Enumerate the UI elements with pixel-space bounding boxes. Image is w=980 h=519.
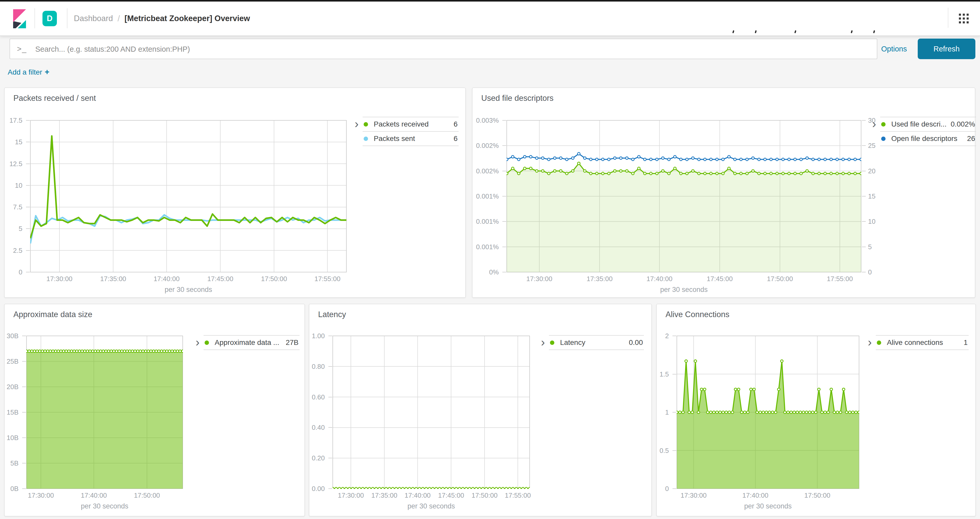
- axis-tick: [328, 458, 332, 458]
- axis-tick: [26, 120, 30, 121]
- y-axis-label: 0%: [474, 268, 499, 276]
- axis-tick: [22, 387, 26, 387]
- right-y-axis-label: 10: [868, 217, 886, 225]
- y-axis-label: 25B: [3, 357, 19, 365]
- chart-plot-area[interactable]: 0.003%0.002%0.002%0.001%0.001%0.001%0%30…: [506, 120, 861, 272]
- chart-canvas[interactable]: [30, 120, 347, 272]
- kibana-dashboard-app: D Dashboard / [Metricbeat Zookeeper] Ove…: [0, 0, 980, 519]
- chart-plot-area[interactable]: 21.510.5017:30:0017:40:0017:50:00per 30 …: [676, 336, 859, 489]
- y-axis-label: 0: [6, 268, 22, 276]
- x-axis-label: 17:55:00: [811, 275, 868, 283]
- y-axis-label: 2: [659, 332, 669, 340]
- query-options-link[interactable]: Options: [881, 38, 907, 59]
- right-y-axis-label: 20: [868, 167, 886, 175]
- legend-row[interactable]: Packets received6: [363, 117, 458, 131]
- y-axis-label: 0.003%: [474, 116, 499, 124]
- legend-row[interactable]: Packets sent6: [363, 131, 458, 146]
- y-axis-label: 15B: [3, 408, 19, 416]
- legend-row[interactable]: Alive connections1: [876, 335, 969, 350]
- axis-caption: per 30 seconds: [676, 502, 859, 510]
- y-axis-label: 1.5: [659, 370, 669, 378]
- panel-title: Approximate data size: [13, 310, 92, 319]
- x-axis-label: 17:30:00: [665, 492, 722, 500]
- chart-legend: › Used file descri...0.002%Open file des…: [872, 117, 976, 146]
- panel-approximate-data-size: Approximate data size 30B25B20B15B10B5B0…: [4, 304, 305, 516]
- breadcrumb-dashboard-link[interactable]: Dashboard: [74, 14, 113, 23]
- legend-row[interactable]: Open file descriptors26: [880, 131, 976, 146]
- axis-tick: [673, 374, 676, 375]
- axis-tick: [673, 489, 676, 489]
- search-input[interactable]: [35, 40, 654, 59]
- right-y-axis-label: 15: [868, 192, 886, 200]
- legend-series-value: 0.002%: [951, 120, 975, 129]
- legend-rows: Alive connections1: [876, 335, 969, 350]
- space-badge[interactable]: D: [43, 11, 57, 26]
- legend-expand-icon[interactable]: ›: [872, 117, 876, 146]
- axis-tick: [502, 145, 506, 146]
- series-color-dot: [205, 341, 209, 345]
- y-axis-label: 0.002%: [474, 167, 499, 175]
- axis-tick: [502, 221, 506, 222]
- apps-grid-icon[interactable]: [959, 14, 969, 24]
- y-axis-label: 0.60: [307, 393, 325, 401]
- series-color-dot: [550, 341, 554, 345]
- legend-series-label: Open file descriptors: [891, 135, 964, 143]
- axis-tick: [328, 427, 332, 428]
- series-color-dot: [364, 122, 368, 127]
- series-color-dot: [877, 341, 881, 345]
- legend-expand-icon[interactable]: ›: [355, 117, 358, 146]
- panel-latency: Latency 1.000.800.600.400.200.0017:30:00…: [309, 304, 652, 516]
- legend-row[interactable]: Approximate data ...27B: [204, 335, 299, 350]
- legend-row[interactable]: Used file descri...0.002%: [880, 117, 976, 131]
- legend-expand-icon[interactable]: ›: [196, 335, 199, 350]
- axis-tick: [862, 247, 866, 247]
- chart-plot-area[interactable]: 1.000.800.600.400.200.0017:30:0017:35:00…: [332, 336, 530, 489]
- chart-canvas[interactable]: [506, 120, 861, 272]
- chart-canvas[interactable]: [332, 336, 530, 489]
- x-axis-label: 17:40:00: [65, 492, 122, 500]
- x-axis-label: 17:35:00: [85, 275, 142, 283]
- panel-used-file-descriptors: Used file descriptors 0.003%0.002%0.002%…: [472, 87, 975, 298]
- chart-plot-area[interactable]: 17.51512.5107.552.5017:30:0017:35:0017:4…: [30, 120, 347, 272]
- axis-caption: per 30 seconds: [332, 502, 530, 510]
- legend-rows: Packets received6Packets sent6: [363, 117, 458, 146]
- chart-legend: › Alive connections1: [868, 335, 969, 350]
- legend-series-label: Packets received: [374, 120, 450, 129]
- y-axis-label: 2.5: [6, 246, 22, 255]
- plus-icon: +: [45, 67, 49, 76]
- legend-series-label: Packets sent: [374, 135, 450, 143]
- refresh-button[interactable]: Refresh: [918, 38, 975, 59]
- axis-tick: [673, 450, 676, 451]
- axis-tick: [26, 250, 30, 251]
- y-axis-label: 0.5: [659, 446, 669, 455]
- legend-series-value: 1: [964, 338, 968, 347]
- legend-row[interactable]: Latency0.00: [549, 335, 644, 350]
- add-filter-label: Add a filter: [8, 68, 42, 76]
- axis-tick: [502, 196, 506, 197]
- header-divider: [67, 8, 67, 28]
- axis-tick: [862, 145, 866, 146]
- header-divider: [948, 8, 948, 28]
- chart-plot-area[interactable]: 30B25B20B15B10B5B0B17:30:0017:40:0017:50…: [26, 336, 183, 489]
- chart-canvas[interactable]: [676, 336, 859, 489]
- x-axis-label: 17:40:00: [138, 275, 195, 283]
- axis-tick: [862, 171, 866, 171]
- legend-expand-icon[interactable]: ›: [868, 335, 872, 350]
- x-axis-label: 17:50:00: [789, 492, 846, 500]
- legend-series-label: Approximate data ...: [215, 338, 282, 347]
- panel-title: Latency: [318, 310, 346, 319]
- legend-rows: Approximate data ...27B: [204, 335, 299, 350]
- breadcrumb: Dashboard / [Metricbeat Zookeeper] Overv…: [74, 2, 250, 35]
- y-axis-label: 0.001%: [474, 192, 499, 200]
- axis-tick: [26, 185, 30, 186]
- y-axis-label: 20B: [3, 383, 19, 391]
- y-axis-label: 0.002%: [474, 141, 499, 150]
- chart-canvas[interactable]: [26, 336, 183, 489]
- axis-tick: [862, 272, 866, 272]
- chart-legend: › Latency0.00: [541, 335, 644, 350]
- add-filter-link[interactable]: Add a filter+: [8, 67, 49, 77]
- kibana-logo[interactable]: [13, 9, 27, 28]
- axis-tick: [328, 336, 332, 336]
- legend-expand-icon[interactable]: ›: [541, 335, 545, 350]
- x-axis-label: 17:40:00: [631, 275, 688, 283]
